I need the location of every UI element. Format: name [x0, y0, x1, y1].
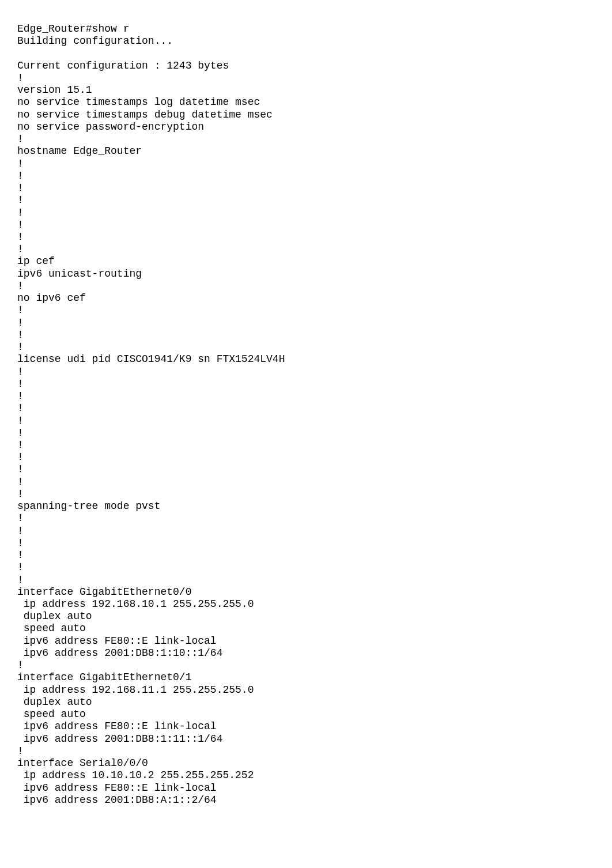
ipv6-addr-line: ipv6 address 2001:DB8:1:10::1/64 — [17, 647, 222, 659]
bang-line: ! — [17, 745, 24, 757]
bang-line: ! — [17, 317, 24, 329]
bang-line: ! — [17, 170, 24, 182]
speed-line: speed auto — [17, 708, 86, 720]
hostname-line: hostname Edge_Router — [17, 145, 142, 157]
duplex-line: duplex auto — [17, 696, 92, 708]
bang-line: ! — [17, 219, 24, 231]
bang-line: ! — [17, 72, 24, 84]
bang-line: ! — [17, 231, 24, 243]
version-line: version 15.1 — [17, 84, 92, 96]
bang-line: ! — [17, 549, 24, 561]
bang-line: ! — [17, 133, 24, 145]
bang-line: ! — [17, 439, 24, 451]
bang-line: ! — [17, 463, 24, 475]
bang-line: ! — [17, 207, 24, 218]
building-line: Building configuration... — [17, 35, 173, 47]
ipv6-ll-line: ipv6 address FE80::E link-local — [17, 782, 217, 794]
bang-line: ! — [17, 427, 24, 439]
bang-line: ! — [17, 476, 24, 488]
bang-line: ! — [17, 280, 24, 292]
no-ipv6-cef-line: no ipv6 cef — [17, 292, 86, 304]
bang-line: ! — [17, 525, 24, 537]
ip-address-line: ip address 192.168.10.1 255.255.255.0 — [17, 598, 254, 610]
cli-prompt: Edge_Router#show r — [17, 23, 129, 35]
bang-line: ! — [17, 402, 24, 414]
bang-line: ! — [17, 366, 24, 378]
bang-line: ! — [17, 182, 24, 194]
bang-line: ! — [17, 378, 24, 390]
ip-cef-line: ip cef — [17, 255, 55, 267]
current-config-line: Current configuration : 1243 bytes — [17, 60, 229, 71]
bang-line: ! — [17, 304, 24, 316]
bang-line: ! — [17, 451, 24, 463]
ipv6-ll-line: ipv6 address FE80::E link-local — [17, 635, 217, 647]
router-config-output: Edge_Router#show r Building configuratio… — [0, 0, 612, 824]
service-line: no service password-encryption — [17, 121, 204, 133]
license-line: license udi pid CISCO1941/K9 sn FTX1524L… — [17, 353, 285, 365]
interface-line: interface GigabitEthernet0/0 — [17, 586, 191, 598]
bang-line: ! — [17, 488, 24, 500]
speed-line: speed auto — [17, 622, 86, 634]
bang-line: ! — [17, 659, 24, 671]
bang-line: ! — [17, 415, 24, 427]
ipv6-ll-line: ipv6 address FE80::E link-local — [17, 720, 217, 732]
bang-line: ! — [17, 341, 24, 353]
service-line: no service timestamps log datetime msec — [17, 96, 260, 108]
bang-line: ! — [17, 537, 24, 549]
bang-line: ! — [17, 512, 24, 524]
ip-address-line: ip address 10.10.10.2 255.255.255.252 — [17, 769, 254, 781]
bang-line: ! — [17, 574, 24, 586]
interface-line: interface Serial0/0/0 — [17, 757, 148, 769]
bang-line: ! — [17, 243, 24, 255]
ipv6-addr-line: ipv6 address 2001:DB8:A:1::2/64 — [17, 794, 217, 806]
spanning-tree-line: spanning-tree mode pvst — [17, 500, 160, 512]
bang-line: ! — [17, 158, 24, 169]
duplex-line: duplex auto — [17, 610, 92, 622]
bang-line: ! — [17, 329, 24, 341]
bang-line: ! — [17, 390, 24, 402]
interface-line: interface GigabitEthernet0/1 — [17, 671, 191, 683]
ipv6-addr-line: ipv6 address 2001:DB8:1:11::1/64 — [17, 733, 222, 745]
ipv6-unicast-line: ipv6 unicast-routing — [17, 268, 142, 280]
bang-line: ! — [17, 194, 24, 206]
service-line: no service timestamps debug datetime mse… — [17, 109, 273, 120]
ip-address-line: ip address 192.168.11.1 255.255.255.0 — [17, 684, 254, 696]
bang-line: ! — [17, 561, 24, 573]
